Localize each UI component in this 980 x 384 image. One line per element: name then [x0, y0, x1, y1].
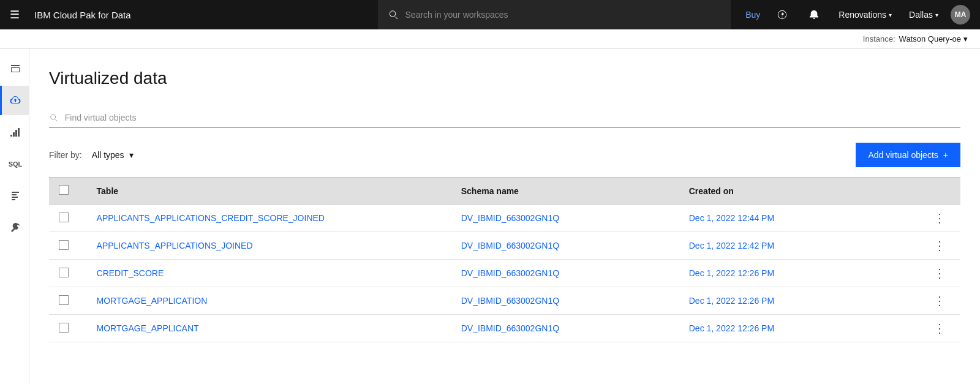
- filter-dropdown[interactable]: All types ▾: [87, 148, 138, 162]
- row-checkbox-cell: [49, 205, 87, 232]
- row-checkbox[interactable]: [59, 268, 69, 277]
- row-schema-name: DV_IBMID_663002GN1Q: [451, 232, 679, 260]
- schema-name-link[interactable]: DV_IBMID_663002GN1Q: [461, 213, 559, 223]
- row-created-date: Dec 1, 2022 12:26 PM: [679, 260, 907, 287]
- row-checkbox[interactable]: [59, 323, 69, 333]
- filter-row: Filter by: All types ▾ Add virtual objec…: [49, 143, 960, 177]
- row-table-name: APPLICANTS_APPLICATIONS_CREDIT_SCORE_JOI…: [87, 205, 451, 232]
- brand-name: IBM Cloud Pak for Data: [34, 10, 368, 20]
- virtualized-data-table: Table Schema name Created on APPLICANTS_…: [49, 177, 960, 342]
- row-table-name: MORTGAGE_APPLICATION: [87, 287, 451, 315]
- header-checkbox-cell: [49, 178, 87, 205]
- instance-selector[interactable]: Watson Query-oe ▾: [899, 34, 968, 43]
- row-overflow-menu-cell: ⋮: [907, 287, 960, 315]
- overflow-menu-icon[interactable]: ⋮: [929, 319, 951, 337]
- wrench-icon: [9, 222, 21, 234]
- row-created-date: Dec 1, 2022 12:42 PM: [679, 232, 907, 260]
- table-header-row: Table Schema name Created on: [49, 178, 960, 205]
- row-checkbox-cell: [49, 315, 87, 342]
- chart-icon: [9, 126, 21, 138]
- top-navigation: ☰ IBM Cloud Pak for Data Buy Renovations…: [0, 0, 980, 29]
- overflow-menu-icon[interactable]: ⋮: [929, 209, 951, 227]
- row-checkbox-cell: [49, 260, 87, 287]
- global-search[interactable]: [378, 0, 731, 29]
- chevron-down-icon: ▾: [889, 12, 892, 18]
- table-row: APPLICANTS_APPLICATIONS_JOINED DV_IBMID_…: [49, 232, 960, 260]
- row-overflow-menu-cell: ⋮: [907, 205, 960, 232]
- hamburger-menu-icon[interactable]: ☰: [10, 8, 20, 21]
- add-virtual-objects-button[interactable]: Add virtual objects +: [856, 143, 960, 167]
- table-name-link[interactable]: MORTGAGE_APPLICANT: [97, 323, 199, 333]
- help-icon[interactable]: [767, 0, 797, 29]
- row-table-name: MORTGAGE_APPLICANT: [87, 315, 451, 342]
- cloud-upload-icon: [9, 94, 21, 107]
- avatar[interactable]: MA: [951, 5, 970, 24]
- chevron-down-icon: ▾: [129, 150, 134, 160]
- table-row: CREDIT_SCORE DV_IBMID_663002GN1Q Dec 1, …: [49, 260, 960, 287]
- sidebar-item-analytics[interactable]: [0, 118, 29, 147]
- topnav-actions: Buy Renovations ▾ Dallas ▾ MA: [741, 0, 970, 29]
- dallas-dropdown[interactable]: Dallas ▾: [902, 0, 946, 29]
- instance-bar: Instance: Watson Query-oe ▾: [0, 29, 980, 49]
- header-created: Created on: [679, 178, 907, 205]
- notifications-icon[interactable]: [799, 0, 829, 29]
- schema-name-link[interactable]: DV_IBMID_663002GN1Q: [461, 268, 559, 278]
- page-title: Virtualized data: [49, 69, 960, 88]
- header-table: Table: [87, 178, 451, 205]
- plus-icon: +: [943, 150, 948, 160]
- global-search-input[interactable]: [405, 10, 722, 20]
- table-name-link[interactable]: CREDIT_SCORE: [97, 268, 164, 278]
- overflow-menu-icon[interactable]: ⋮: [929, 292, 951, 310]
- row-overflow-menu-cell: ⋮: [907, 315, 960, 342]
- main-layout: SQL Virtualized data Filter by: All t: [0, 49, 980, 384]
- schema-name-link[interactable]: DV_IBMID_663002GN1Q: [461, 241, 559, 250]
- schema-name-link[interactable]: DV_IBMID_663002GN1Q: [461, 296, 559, 306]
- store-icon: [9, 62, 21, 75]
- search-icon: [49, 113, 59, 122]
- row-created-date: Dec 1, 2022 12:26 PM: [679, 287, 907, 315]
- row-checkbox[interactable]: [59, 213, 69, 222]
- row-checkbox[interactable]: [59, 240, 69, 250]
- renovations-label: Renovations: [839, 10, 886, 20]
- header-actions: [907, 178, 960, 205]
- buy-link[interactable]: Buy: [741, 10, 765, 20]
- renovations-dropdown[interactable]: Renovations ▾: [831, 0, 899, 29]
- row-overflow-menu-cell: ⋮: [907, 232, 960, 260]
- row-schema-name: DV_IBMID_663002GN1Q: [451, 260, 679, 287]
- table-name-link[interactable]: APPLICANTS_APPLICATIONS_JOINED: [97, 241, 253, 250]
- row-created-date: Dec 1, 2022 12:26 PM: [679, 315, 907, 342]
- chevron-down-icon: ▾: [935, 12, 938, 18]
- table-row: APPLICANTS_APPLICATIONS_CREDIT_SCORE_JOI…: [49, 205, 960, 232]
- main-content: Virtualized data Filter by: All types ▾ …: [29, 49, 980, 384]
- sidebar-item-schema[interactable]: [0, 181, 29, 211]
- overflow-menu-icon[interactable]: ⋮: [929, 264, 951, 282]
- table-name-link[interactable]: MORTGAGE_APPLICATION: [97, 296, 208, 306]
- virtual-search-input[interactable]: [65, 113, 960, 122]
- sidebar-item-tools[interactable]: [0, 213, 29, 243]
- sidebar-item-virtualize[interactable]: [0, 86, 29, 115]
- row-schema-name: DV_IBMID_663002GN1Q: [451, 287, 679, 315]
- dallas-label: Dallas: [909, 10, 933, 20]
- instance-label: Instance:: [863, 34, 895, 43]
- virtual-object-search[interactable]: [49, 108, 960, 128]
- row-overflow-menu-cell: ⋮: [907, 260, 960, 287]
- row-created-date: Dec 1, 2022 12:44 PM: [679, 205, 907, 232]
- instance-name: Watson Query-oe: [899, 34, 961, 43]
- sidebar-item-sql[interactable]: SQL: [0, 149, 29, 179]
- chevron-down-icon: ▾: [963, 34, 968, 43]
- row-table-name: CREDIT_SCORE: [87, 260, 451, 287]
- search-icon: [388, 9, 399, 21]
- header-schema: Schema name: [451, 178, 679, 205]
- filter-label: Filter by:: [49, 150, 82, 160]
- table-name-link[interactable]: APPLICANTS_APPLICATIONS_CREDIT_SCORE_JOI…: [97, 213, 325, 223]
- add-virtual-objects-label: Add virtual objects: [868, 150, 938, 160]
- row-checkbox-cell: [49, 232, 87, 260]
- select-all-checkbox[interactable]: [59, 185, 69, 195]
- sql-icon: SQL: [9, 160, 23, 168]
- row-table-name: APPLICANTS_APPLICATIONS_JOINED: [87, 232, 451, 260]
- sidebar-item-data-store[interactable]: [0, 54, 29, 83]
- overflow-menu-icon[interactable]: ⋮: [929, 236, 951, 255]
- schema-name-link[interactable]: DV_IBMID_663002GN1Q: [461, 323, 559, 333]
- row-checkbox[interactable]: [59, 295, 69, 305]
- row-checkbox-cell: [49, 287, 87, 315]
